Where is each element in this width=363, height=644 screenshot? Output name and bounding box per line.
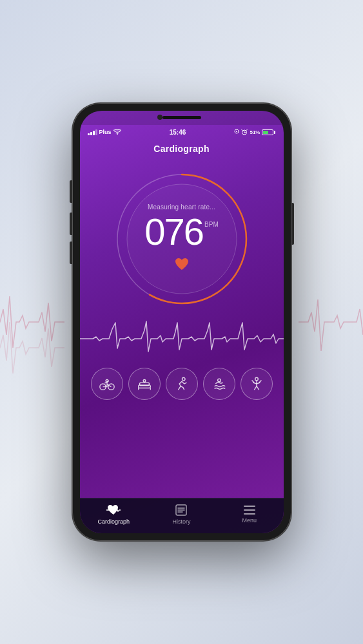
svg-point-14: [255, 377, 258, 381]
status-left: Plus: [88, 129, 121, 135]
battery-percent: 51%: [250, 129, 260, 135]
gauge-inner: Measuring heart rate... 076 BPM: [130, 204, 233, 274]
tab-cardiograph[interactable]: Cardiograph: [80, 504, 148, 528]
status-bar: Plus 15:46: [80, 125, 284, 139]
app-title-bar: Cardiograph: [80, 139, 284, 158]
activity-swimming[interactable]: [203, 368, 235, 400]
tab-menu-label: Menu: [242, 517, 257, 524]
gauge-container[interactable]: Measuring heart rate... 076 BPM: [111, 168, 253, 310]
tab-history-label: History: [172, 518, 190, 525]
app-title: Cardiograph: [153, 144, 210, 154]
cardiograph-tab-icon: [106, 504, 121, 516]
tab-menu[interactable]: Menu: [215, 505, 283, 527]
alarm-icon: [241, 129, 248, 135]
main-content: Measuring heart rate... 076 BPM: [80, 158, 284, 498]
camera: [157, 115, 162, 120]
wifi-icon: [113, 129, 121, 135]
phone-shell: Plus 15:46: [72, 103, 291, 541]
measuring-text: Measuring heart rate...: [130, 204, 233, 211]
signal-bar-1: [88, 133, 90, 135]
ecg-wave-area: [80, 316, 284, 361]
svg-rect-10: [139, 383, 149, 386]
tab-history[interactable]: History: [148, 504, 215, 528]
status-right: 51%: [234, 129, 275, 135]
phone-screen: Plus 15:46: [80, 111, 284, 533]
menu-tab-icon: [243, 505, 256, 515]
history-tab-icon: [175, 504, 188, 516]
battery-icon: [262, 129, 275, 135]
activity-other[interactable]: [240, 368, 273, 400]
svg-point-11: [143, 380, 146, 383]
bpm-value: 076: [144, 213, 203, 251]
signal-bar-4: [95, 129, 97, 135]
signal-bar-3: [93, 131, 95, 135]
activity-resting[interactable]: [128, 368, 161, 400]
swimming-icon: [211, 375, 228, 392]
activity-icons: [80, 368, 284, 400]
ecg-wave-svg: [80, 316, 284, 361]
other-icon: [248, 375, 265, 392]
signal-bar-2: [90, 132, 92, 135]
status-time: 15:46: [170, 129, 186, 136]
svg-point-13: [217, 379, 221, 382]
heart-icon: [130, 257, 233, 274]
svg-point-12: [182, 377, 185, 381]
svg-point-1: [236, 131, 237, 132]
speaker: [162, 116, 201, 119]
resting-icon: [136, 375, 153, 392]
tab-cardiograph-label: Cardiograph: [97, 518, 130, 525]
cycling-icon: [99, 375, 115, 392]
running-icon: [173, 375, 190, 392]
bpm-display: 076 BPM: [130, 213, 233, 251]
bpm-label: BPM: [204, 221, 219, 228]
signal-bars: [88, 129, 97, 135]
phone-top: [80, 111, 284, 125]
carrier-label: Plus: [99, 129, 112, 135]
activity-running[interactable]: [166, 368, 198, 400]
tab-bar: Cardiograph History Menu: [80, 498, 284, 533]
location-icon: [234, 129, 239, 135]
activity-cycling[interactable]: [91, 368, 123, 400]
